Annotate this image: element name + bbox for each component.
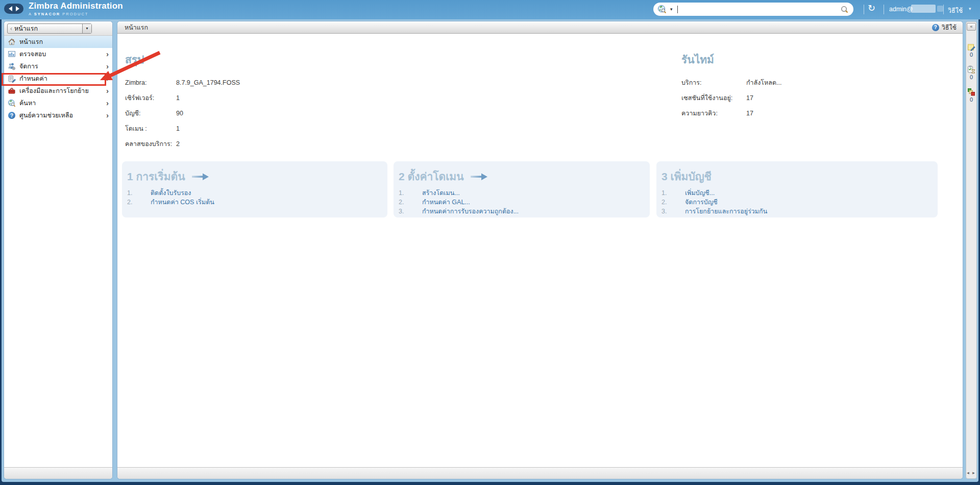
sidebar-panel: ‹ หน้าแรก ▾ หน้าแรก ตรวจสอบ [4,21,112,479]
sidebar-item-label: ค้นหา [19,98,36,108]
task-link[interactable]: เพิ่มบัญชี... [685,188,715,198]
task-link[interactable]: ติดตั้งใบรับรอง [151,188,191,198]
nav-back-forward[interactable] [4,4,23,14]
list-item: กำหนดค่า COS เริ่มต้น [127,198,380,207]
list-item: กำหนดค่า GAL... [399,198,643,207]
combo-notch-icon: ‹ [10,25,12,32]
card-task-list: ติดตั้งใบรับรอง กำหนดค่า COS เริ่มต้น [127,188,380,207]
annotation-highlight-box [2,73,106,86]
header-divider [864,5,864,14]
runtime-section: รันไทม์ บริการ: กำลังโหลด... เซสชันที่ใช… [681,51,782,126]
main-panel: หน้าแรก ? วิธีใช้ สรุป Zimbra: 8.7.9_GA_… [117,21,963,479]
sidebar-footer [4,467,112,479]
search-bar[interactable]: ▾ [653,3,853,16]
header-bar: Zimbra Administration A SYNACOR PRODUCT … [0,0,980,19]
list-item: กำหนดค่าการรับรองความถูกต้อง... [399,207,643,216]
help-icon: ? [8,112,15,119]
combo-caret-button[interactable]: ▾ [82,24,91,33]
task-link[interactable]: การโยกย้ายและการอยู่ร่วมกัน [685,207,767,216]
runtime-row: ความยาวคิว: 17 [681,110,782,117]
collapsed-side-strip: « 0 0 0 ◂ ▸ [966,21,977,479]
collapse-button[interactable]: « [967,23,976,31]
runtime-title: รันไทม์ [681,51,782,68]
search-scope-globe-icon[interactable] [657,5,667,14]
nav-combobox[interactable]: ‹ หน้าแรก ▾ [7,23,92,34]
chevron-right-icon: › [106,113,109,118]
card-title: 2 ตั้งค่าโดเมน [399,168,464,185]
summary-row: Zimbra: 8.7.9_GA_1794.FOSS [125,80,240,86]
chevron-right-icon: › [106,76,109,81]
help-link-label: วิธีใช้ [942,22,957,33]
strip-scroll-arrows[interactable]: ◂ ▸ [967,470,976,475]
app-title: Zimbra Administration [29,1,123,11]
help-link[interactable]: ? วิธีใช้ [932,22,957,33]
sidebar-item-label: จัดการ [19,61,38,71]
sidebar-item-monitor[interactable]: ตรวจสอบ › [4,48,112,60]
chevron-right-icon: › [106,64,109,69]
main-footer [117,467,963,479]
redacted-account [911,5,936,13]
search-input[interactable] [678,6,840,13]
task-link[interactable]: สร้างโดเมน... [422,188,460,198]
chevron-right-icon: › [106,52,109,57]
sidebar-item-label: ศูนย์ความช่วยเหลือ [19,110,73,120]
task-link[interactable]: กำหนดค่า COS เริ่มต้น [151,198,214,207]
sidebar-item-tools-migration[interactable]: เครื่องมือและการโยกย้าย › [4,85,112,97]
sidebar-item-help-center[interactable]: ? ศูนย์ความช่วยเหลือ › [4,109,112,122]
note-edit-icon[interactable] [967,43,975,51]
content-tab-bar: หน้าแรก ? วิธีใช้ [117,21,963,34]
task-link[interactable]: กำหนดค่า GAL... [422,198,470,207]
runtime-row: บริการ: กำลังโหลด... [681,80,782,86]
task-link[interactable]: จัดการบัญชี [685,198,718,207]
sidebar-item-manage[interactable]: จัดการ › [4,60,112,72]
combo-label: หน้าแรก [14,23,82,34]
tab-home[interactable]: หน้าแรก [125,22,148,33]
list-item: ติดตั้งใบรับรอง [127,188,380,198]
card-task-list: เพิ่มบัญชี... จัดการบัญชี การโยกย้ายและก… [662,188,930,216]
list-item: สร้างโดเมน... [399,188,643,198]
app-subtitle: A SYNACOR PRODUCT [29,12,123,16]
card-task-list: สร้างโดเมน... กำหนดค่า GAL... กำหนดค่ากา… [399,188,643,216]
count-badge: 0 [970,74,973,80]
search-icon[interactable] [840,5,849,14]
brand: Zimbra Administration A SYNACOR PRODUCT [29,1,123,16]
help-menu-caret-icon[interactable]: ▾ [969,6,971,11]
app-root: Zimbra Administration A SYNACOR PRODUCT … [0,0,980,485]
card-add-accounts: 3 เพิ่มบัญชี เพิ่มบัญชี... จัดการบัญชี ก… [656,161,938,217]
help-menu[interactable]: วิธีใช้ [948,6,963,16]
card-title: 3 เพิ่มบัญชี [662,168,712,185]
card-title: 1 การเริ่มต้น [127,168,185,185]
sidebar-item-home[interactable]: หน้าแรก [4,36,112,48]
sidebar-item-label: ตรวจสอบ [19,49,46,59]
list-item: จัดการบัญชี [662,198,930,207]
manage-icon [8,62,16,70]
help-circle-icon: ? [932,24,939,31]
back-icon[interactable] [9,6,12,11]
header-divider [943,5,944,14]
summary-row: โดเมน : 1 [125,126,240,132]
monitor-icon [8,50,16,58]
chevron-right-icon: › [106,101,109,106]
task-link[interactable]: กำหนดค่าการรับรองความถูกต้อง... [422,207,519,216]
search-scope-caret-icon[interactable]: ▾ [670,7,673,12]
card-setup-domain: 2 ตั้งค่าโดเมน สร้างโดเมน... กำหนดค่า GA… [394,161,650,217]
header-divider [884,5,884,14]
count-badge: 0 [970,96,973,103]
sidebar-item-label: หน้าแรก [19,37,43,47]
summary-row: คลาสของบริการ: 2 [125,141,240,148]
card-getting-started: 1 การเริ่มต้น ติดตั้งใบรับรอง กำหนดค่า C… [122,161,387,217]
home-icon [8,38,16,46]
list-item: เพิ่มบัญชี... [662,188,930,198]
sidebar-item-label: เครื่องมือและการโยกย้าย [19,86,89,96]
clipboard-wait-icon[interactable] [967,65,975,74]
tools-icon [8,87,16,95]
layers-icon[interactable] [967,88,975,96]
forward-icon[interactable] [16,6,19,11]
list-item: การโยกย้ายและการอยู่ร่วมกัน [662,207,930,216]
summary-row: บัญชี: 90 [125,110,240,117]
sidebar-item-search[interactable]: ค้นหา › [4,97,112,109]
account-label: admin@ [889,6,913,13]
summary-title: สรุป [125,51,240,68]
refresh-button[interactable]: ↻ [868,3,875,14]
runtime-row: เซสชันที่ใช้งานอยู่: 17 [681,95,782,102]
